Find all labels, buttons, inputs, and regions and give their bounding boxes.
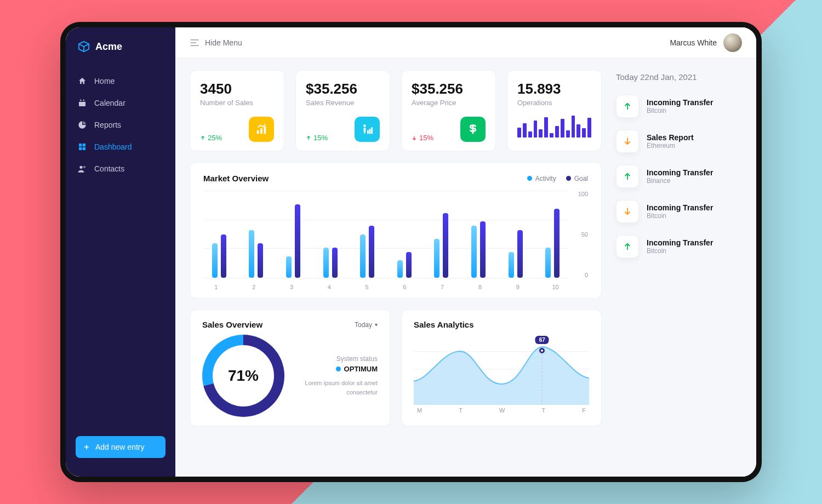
stat-cards-row: 3450 Number of Sales 25% bbox=[190, 70, 602, 151]
svg-rect-11 bbox=[260, 128, 262, 134]
svg-point-8 bbox=[79, 166, 82, 169]
calendar-icon bbox=[78, 99, 87, 107]
user-menu[interactable]: Marcus White bbox=[670, 33, 742, 52]
svg-rect-10 bbox=[257, 130, 259, 134]
activity-item[interactable]: Sales ReportEthereum bbox=[616, 130, 742, 153]
stat-trend: 15% bbox=[412, 134, 433, 142]
data-point-badge: 67 bbox=[535, 336, 549, 344]
app-frame: Acme Home Calendar Reports Dashboard Con… bbox=[60, 22, 762, 482]
lower-row: Sales Overview Today ▾ 71% System s bbox=[190, 310, 602, 426]
activity-title: Incoming Transfer bbox=[647, 238, 713, 247]
right-column: Today 22nd Jan, 2021 Incoming TransferBi… bbox=[616, 70, 742, 465]
sales-analytics-panel: Sales Analytics 67 bbox=[401, 310, 602, 426]
svg-rect-4 bbox=[79, 144, 82, 146]
pie-icon bbox=[78, 121, 87, 129]
status-dot-icon bbox=[336, 366, 341, 371]
activity-list: Incoming TransferBitcoinSales ReportEthe… bbox=[616, 95, 742, 258]
nav-label: Dashboard bbox=[94, 142, 132, 151]
status-info: System status OPTIMUM Lorem ipsum dolor … bbox=[295, 355, 378, 397]
activity-title: Incoming Transfer bbox=[647, 203, 713, 212]
plus-icon bbox=[83, 444, 90, 450]
panel-title: Sales Overview bbox=[202, 320, 262, 329]
arrow-up-icon bbox=[200, 135, 206, 141]
stat-value: $35.256 bbox=[412, 81, 486, 98]
brand-logo-icon bbox=[78, 41, 90, 53]
nav-label: Home bbox=[94, 77, 115, 85]
chart-up-icon bbox=[249, 117, 274, 142]
arrow-up-icon bbox=[623, 171, 632, 181]
hide-menu-button[interactable]: Hide Menu bbox=[190, 38, 242, 47]
nav-dashboard[interactable]: Dashboard bbox=[66, 136, 175, 158]
nav-reports[interactable]: Reports bbox=[66, 114, 175, 136]
bar-group bbox=[392, 191, 417, 278]
analytics-chart: 67 M bbox=[414, 334, 589, 421]
date-label: Today 22nd Jan, 2021 bbox=[616, 72, 742, 82]
svg-point-9 bbox=[83, 166, 85, 168]
activity-item[interactable]: Incoming TransferBitcoin bbox=[616, 200, 742, 223]
arrow-down-icon bbox=[623, 136, 632, 146]
panel-title: Sales Analytics bbox=[414, 320, 589, 329]
add-entry-button[interactable]: Add new entry bbox=[76, 436, 165, 458]
svg-rect-15 bbox=[369, 129, 371, 134]
activity-item[interactable]: Incoming TransferBitcoin bbox=[616, 95, 742, 118]
nav-contacts[interactable]: Contacts bbox=[66, 158, 175, 180]
panel-title: Market Overview bbox=[203, 174, 269, 183]
presenter-icon bbox=[355, 117, 380, 142]
svg-rect-1 bbox=[79, 100, 85, 102]
svg-rect-16 bbox=[371, 127, 373, 134]
arrow-down-icon bbox=[412, 135, 417, 141]
svg-rect-12 bbox=[264, 127, 266, 134]
menu-icon bbox=[190, 39, 199, 47]
activity-item[interactable]: Incoming TransferBitcoin bbox=[616, 235, 742, 258]
nav: Home Calendar Reports Dashboard Contacts bbox=[66, 70, 175, 180]
bar-group bbox=[503, 191, 528, 278]
activity-title: Incoming Transfer bbox=[647, 98, 713, 107]
stat-label: Average Price bbox=[412, 99, 486, 107]
stat-value: 3450 bbox=[200, 81, 274, 98]
svg-rect-5 bbox=[83, 144, 85, 146]
svg-rect-6 bbox=[79, 147, 82, 150]
legend-goal: Goal bbox=[566, 175, 588, 182]
nav-home[interactable]: Home bbox=[66, 70, 175, 92]
bar-group bbox=[355, 191, 380, 278]
stat-card-sales-count: 3450 Number of Sales 25% bbox=[190, 70, 284, 151]
chart-legend: Activity Goal bbox=[527, 175, 588, 182]
nav-label: Calendar bbox=[94, 99, 125, 107]
stat-label: Operations bbox=[517, 99, 591, 107]
stat-label: Number of Sales bbox=[200, 99, 274, 107]
svg-rect-2 bbox=[81, 99, 81, 101]
arrow-up-icon bbox=[306, 135, 311, 141]
market-overview-panel: Market Overview Activity Goal 100 50 0 bbox=[190, 162, 602, 299]
status-text: Lorem ipsum dolor sit amet consectetur bbox=[295, 379, 378, 397]
nav-label: Contacts bbox=[94, 164, 124, 173]
activity-icon bbox=[616, 95, 639, 118]
sidebar: Acme Home Calendar Reports Dashboard Con… bbox=[66, 27, 175, 477]
activity-icon bbox=[616, 130, 639, 153]
market-chart bbox=[203, 191, 568, 278]
dashboard-icon bbox=[78, 142, 87, 151]
stat-label: Sales Revenue bbox=[306, 99, 380, 107]
activity-subtitle: Ethereum bbox=[647, 142, 694, 150]
stat-value: 15.893 bbox=[517, 81, 591, 98]
activity-subtitle: Binance bbox=[647, 177, 713, 185]
bar-group bbox=[540, 191, 565, 278]
bar-group bbox=[466, 191, 491, 278]
stat-value: $35.256 bbox=[306, 81, 380, 98]
arrow-up-icon bbox=[623, 101, 632, 111]
stat-trend: 25% bbox=[200, 134, 222, 142]
sales-overview-panel: Sales Overview Today ▾ 71% System s bbox=[190, 310, 390, 426]
activity-item[interactable]: Incoming TransferBinance bbox=[616, 165, 742, 188]
bar-group bbox=[244, 191, 269, 278]
period-dropdown[interactable]: Today ▾ bbox=[355, 321, 378, 329]
user-name: Marcus White bbox=[670, 38, 717, 47]
stat-trend: 15% bbox=[306, 134, 328, 142]
x-axis-labels: M T W T F bbox=[414, 407, 589, 414]
operations-sparkline bbox=[517, 113, 591, 138]
svg-rect-3 bbox=[83, 99, 84, 101]
add-entry-label: Add new entry bbox=[95, 443, 145, 451]
svg-point-13 bbox=[363, 124, 366, 127]
nav-calendar[interactable]: Calendar bbox=[66, 92, 175, 114]
nav-label: Reports bbox=[94, 121, 121, 129]
activity-icon bbox=[616, 200, 639, 223]
status-label: System status bbox=[336, 355, 378, 363]
